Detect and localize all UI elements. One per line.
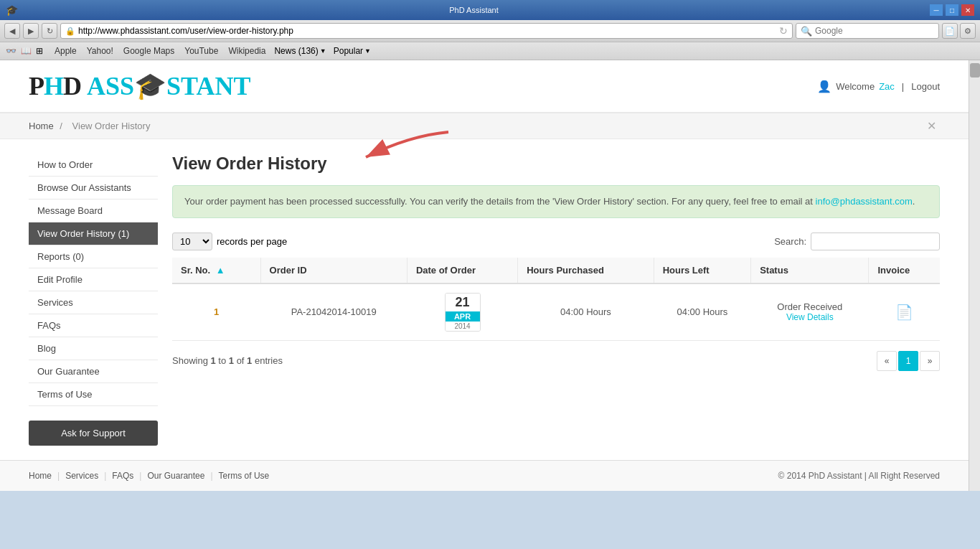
browser-title: PhD Assistant	[24, 6, 924, 14]
sidebar-item-blog[interactable]: Blog	[29, 337, 158, 360]
sidebar-item-terms[interactable]: Terms of Use	[29, 383, 158, 406]
logo-istant-text: STANT	[166, 71, 250, 101]
footer-home[interactable]: Home	[29, 471, 52, 481]
red-arrow	[337, 125, 452, 182]
scrollbar-track[interactable]	[969, 60, 980, 491]
browser-titlebar: 🎓 PhD Assistant ─ □ ✕	[0, 0, 980, 20]
th-hours-left: Hours Left	[654, 258, 750, 283]
search-bar[interactable]: 🔍	[796, 23, 939, 39]
site-header: PHD ASS🎓STANT 👤 Welcome Zac | Logout	[0, 60, 969, 113]
cell-status: Order Received View Details	[751, 283, 869, 341]
bookmark-wikipedia[interactable]: Wikipedia	[224, 44, 270, 57]
chevron-down-icon: ▼	[364, 47, 371, 55]
sidebar-item-order-history[interactable]: View Order History (1)	[29, 222, 158, 245]
records-select[interactable]: 10 25 50 100	[172, 233, 212, 250]
page-icon-button[interactable]: 📄	[942, 23, 958, 39]
cell-invoice[interactable]: 📄	[869, 283, 940, 341]
search-input[interactable]	[815, 26, 934, 36]
bookmarks-bar: 👓 📖 ⊞ Apple Yahoo! Google Maps YouTube W…	[0, 42, 980, 60]
table-search-input[interactable]	[811, 233, 940, 250]
page-wrapper: PHD ASS🎓STANT 👤 Welcome Zac | Logout Hom…	[0, 60, 980, 491]
sidebar-item-edit-profile[interactable]: Edit Profile	[29, 268, 158, 291]
refresh-icon[interactable]: ↻	[779, 25, 788, 37]
separator: |	[902, 81, 904, 92]
popular-dropdown[interactable]: Popular ▼	[331, 44, 374, 57]
chevron-down-icon: ▼	[320, 47, 326, 55]
page-1-button[interactable]: 1	[898, 351, 918, 371]
sidebar-item-faqs[interactable]: FAQs	[29, 314, 158, 337]
sidebar: How to Order Browse Our Assistants Messa…	[29, 154, 158, 446]
welcome-text: Welcome	[836, 81, 875, 92]
next-page-button[interactable]: »	[920, 351, 940, 371]
username-link[interactable]: Zac	[879, 81, 895, 92]
scrollbar-thumb[interactable]	[970, 63, 980, 78]
close-button[interactable]: ✕	[961, 4, 974, 16]
footer-terms[interactable]: Terms of Use	[219, 471, 270, 481]
news-dropdown[interactable]: News (136) ▼	[271, 44, 329, 57]
browser-icon: 🎓	[6, 4, 18, 16]
date-badge: 21 APR 2014	[445, 293, 481, 332]
sidebar-item-services[interactable]: Services	[29, 291, 158, 314]
close-icon[interactable]: ✕	[927, 119, 936, 133]
breadcrumb-separator: /	[60, 121, 62, 131]
th-invoice: Invoice	[869, 258, 940, 283]
sidebar-item-message-board[interactable]: Message Board	[29, 200, 158, 222]
forward-button[interactable]: ▶	[23, 23, 39, 39]
sidebar-item-how-to-order[interactable]: How to Order	[29, 154, 158, 177]
bookmark-google-maps[interactable]: Google Maps	[119, 44, 179, 57]
grid-icon[interactable]: ⊞	[36, 46, 43, 56]
reload-button[interactable]: ↻	[42, 23, 57, 39]
window-controls: ─ □ ✕	[930, 4, 974, 16]
bookmark-apple[interactable]: Apple	[50, 44, 81, 57]
page-title: View Order History	[172, 154, 327, 174]
bookmark-youtube[interactable]: YouTube	[180, 44, 222, 57]
reader-icon[interactable]: 👓	[6, 46, 17, 56]
browser-toolbar: ◀ ▶ ↻ 🔒 ↻ 🔍 📄 ⚙	[0, 20, 980, 42]
view-details-link[interactable]: View Details	[760, 312, 860, 322]
logout-link[interactable]: Logout	[911, 81, 940, 92]
cell-hours-purchased: 04:00 Hours	[518, 283, 654, 341]
records-per-page: 10 25 50 100 records per page	[172, 233, 287, 250]
showing-to: 1	[229, 355, 234, 366]
bookmark-yahoo[interactable]: Yahoo!	[83, 44, 118, 57]
toolbar-icons: 📄 ⚙	[942, 23, 976, 39]
showing-text: Showing 1 to 1 of 1 entries	[172, 355, 283, 366]
date-year: 2014	[446, 322, 480, 331]
settings-button[interactable]: ⚙	[960, 23, 976, 39]
cell-sr-no: 1	[172, 283, 260, 341]
search-icon: 🔍	[801, 26, 812, 37]
table-controls: 10 25 50 100 records per page Search:	[172, 233, 940, 250]
back-button[interactable]: ◀	[4, 23, 20, 39]
site-footer: Home | Services | FAQs | Our Guarantee |…	[0, 460, 969, 491]
breadcrumb-current: View Order History	[72, 121, 151, 131]
footer-guarantee[interactable]: Our Guarantee	[147, 471, 204, 481]
url-bar[interactable]: 🔒 ↻	[60, 23, 793, 39]
maximize-button[interactable]: □	[946, 4, 958, 16]
footer-services[interactable]: Services	[65, 471, 98, 481]
support-email[interactable]: info@phdassistant.com	[816, 196, 913, 207]
sidebar-item-our-guarantee[interactable]: Our Guarantee	[29, 360, 158, 383]
footer-copyright: © 2014 PhD Assistant | All Right Reserve…	[778, 471, 940, 481]
breadcrumb-home[interactable]: Home	[29, 121, 54, 131]
url-input[interactable]	[78, 26, 779, 36]
pdf-icon[interactable]: 📄	[895, 304, 913, 320]
bookmarks-icon[interactable]: 📖	[21, 46, 32, 56]
prev-page-button[interactable]: «	[877, 351, 897, 371]
lock-icon: 🔒	[65, 27, 75, 36]
sort-arrow: ▲	[216, 265, 225, 276]
table-row: 1 PA-21042014-10019 21 APR 2014 04:00 Ho…	[172, 283, 940, 341]
minimize-button[interactable]: ─	[930, 4, 943, 16]
th-date: Date of Order	[407, 258, 517, 283]
cell-date: 21 APR 2014	[407, 283, 517, 341]
sidebar-item-browse[interactable]: Browse Our Assistants	[29, 177, 158, 200]
logo-ass-text: ASS	[87, 71, 134, 101]
main-content: PHD ASS🎓STANT 👤 Welcome Zac | Logout Hom…	[0, 60, 969, 491]
footer-links: Home | Services | FAQs | Our Guarantee |…	[29, 471, 269, 481]
success-message-text: Your order payment has been processed su…	[184, 196, 816, 207]
showing-total: 1	[247, 355, 252, 366]
sidebar-item-reports[interactable]: Reports (0)	[29, 245, 158, 268]
th-sr-no[interactable]: Sr. No. ▲	[172, 258, 260, 283]
ask-support-button[interactable]: Ask for Support	[29, 421, 158, 446]
footer-faqs[interactable]: FAQs	[112, 471, 133, 481]
page-content: View Order History Your order payment ha…	[172, 154, 940, 446]
